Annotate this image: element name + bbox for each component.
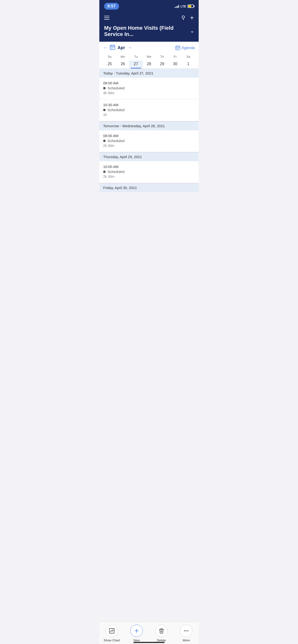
day-header-today: Today - Tuesday, April 27, 2021: [99, 69, 199, 78]
lte-label: LTE: [181, 4, 186, 8]
svg-rect-7: [111, 48, 112, 49]
status-dot-icon: [103, 87, 106, 89]
appointment-time: 08:00 AM: [103, 134, 195, 138]
appointment-duration: 4h 30m: [103, 91, 195, 95]
appointment-status: Scheduled: [103, 108, 195, 112]
search-icon[interactable]: ⚲: [181, 14, 185, 21]
agenda-button[interactable]: Agenda: [175, 46, 195, 50]
page-title[interactable]: My Open Home Visits (Field Service In...…: [104, 25, 194, 38]
day-section-thursday: Thursday, April 29, 2021 10:00 AM Schedu…: [99, 152, 199, 183]
appointment-time: 08:00 AM: [103, 81, 195, 85]
battery-icon: ⚡: [188, 4, 194, 8]
hamburger-menu[interactable]: [104, 16, 109, 20]
svg-rect-9: [176, 46, 180, 50]
appointment-status: Scheduled: [103, 139, 195, 143]
appointment-time: 10:30 AM: [103, 103, 195, 107]
svg-rect-6: [113, 47, 114, 48]
day-label-tu: Tu: [129, 54, 142, 60]
header-actions: ⚲ +: [181, 14, 194, 22]
calendar-section: ← Apr →: [99, 42, 199, 69]
appointment-duration: 2h 30m: [103, 144, 195, 148]
status-label: Scheduled: [107, 108, 124, 112]
svg-rect-4: [111, 47, 112, 48]
battery-fill: ⚡: [188, 5, 191, 7]
date-29[interactable]: 29: [156, 60, 169, 68]
status-time: 8:57: [104, 3, 119, 10]
status-dot-icon: [103, 170, 106, 173]
appointment-status: Scheduled: [103, 170, 195, 174]
calendar-icon: [110, 44, 115, 51]
day-section-tomorrow: Tomorrow - Wednesday, April 28, 2021 08:…: [99, 122, 199, 152]
status-label: Scheduled: [107, 139, 124, 143]
agenda-content: Today - Tuesday, April 27, 2021 08:00 AM…: [99, 69, 199, 216]
signal-icon: [175, 4, 179, 8]
agenda-label: Agenda: [182, 46, 195, 50]
day-label-we: We: [142, 54, 156, 60]
day-header-thursday: Thursday, April 29, 2021: [99, 152, 199, 161]
chevron-down-icon: ⌄: [190, 28, 194, 34]
status-label: Scheduled: [107, 86, 124, 90]
battery-bolt: ⚡: [189, 5, 191, 8]
status-icons: LTE ⚡: [175, 4, 194, 8]
day-section-today: Today - Tuesday, April 27, 2021 08:00 AM…: [99, 69, 199, 121]
day-label-su: Su: [103, 54, 116, 60]
date-25[interactable]: 25: [103, 60, 116, 68]
month-nav: ← Apr →: [103, 44, 195, 51]
day-label-mo: Mo: [116, 54, 129, 60]
appointment-status: Scheduled: [103, 86, 195, 90]
date-1[interactable]: 1: [182, 60, 195, 68]
date-27-today[interactable]: 27: [129, 60, 142, 68]
next-month-button[interactable]: →: [127, 45, 132, 50]
page-title-text: My Open Home Visits (Field Service In...: [104, 25, 188, 38]
svg-rect-8: [112, 48, 113, 49]
status-dot-icon: [103, 109, 106, 111]
date-30[interactable]: 30: [169, 60, 182, 68]
day-label-sa: Sa: [182, 54, 195, 60]
month-label: Apr: [117, 45, 125, 50]
appointment-duration: 2h 30m: [103, 175, 195, 178]
day-label-fr: Fr: [169, 54, 182, 60]
appointment-item[interactable]: 10:00 AM Scheduled 2h 30m: [99, 161, 199, 183]
header: ⚲ + My Open Home Visits (Field Service I…: [99, 12, 199, 42]
date-28[interactable]: 28: [142, 60, 156, 68]
add-icon[interactable]: +: [190, 14, 194, 22]
toolbar-spacer: [99, 192, 199, 216]
date-26[interactable]: 26: [116, 60, 129, 68]
appointment-item[interactable]: 10:30 AM Scheduled 1h: [99, 100, 199, 121]
appointment-duration: 1h: [103, 113, 195, 117]
appointment-time: 10:00 AM: [103, 164, 195, 169]
appointment-item[interactable]: 08:00 AM Scheduled 2h 30m: [99, 130, 199, 152]
status-label: Scheduled: [107, 170, 124, 174]
month-nav-left: ← Apr →: [103, 44, 132, 51]
week-days-header: Su Mo Tu We Th Fr Sa: [103, 54, 195, 60]
prev-month-button[interactable]: ←: [103, 45, 107, 50]
header-nav: ⚲ +: [104, 14, 194, 22]
day-header-tomorrow: Tomorrow - Wednesday, April 28, 2021: [99, 122, 199, 130]
day-label-th: Th: [156, 54, 169, 60]
status-dot-icon: [103, 140, 106, 142]
appointment-item[interactable]: 08:00 AM Scheduled 4h 30m: [99, 78, 199, 100]
day-header-friday: Friday, April 30, 2021: [99, 183, 199, 192]
week-dates-row: 25 26 27 28 29 30 1: [103, 60, 195, 68]
status-bar: 8:57 LTE ⚡: [99, 0, 199, 12]
svg-rect-5: [112, 47, 113, 48]
